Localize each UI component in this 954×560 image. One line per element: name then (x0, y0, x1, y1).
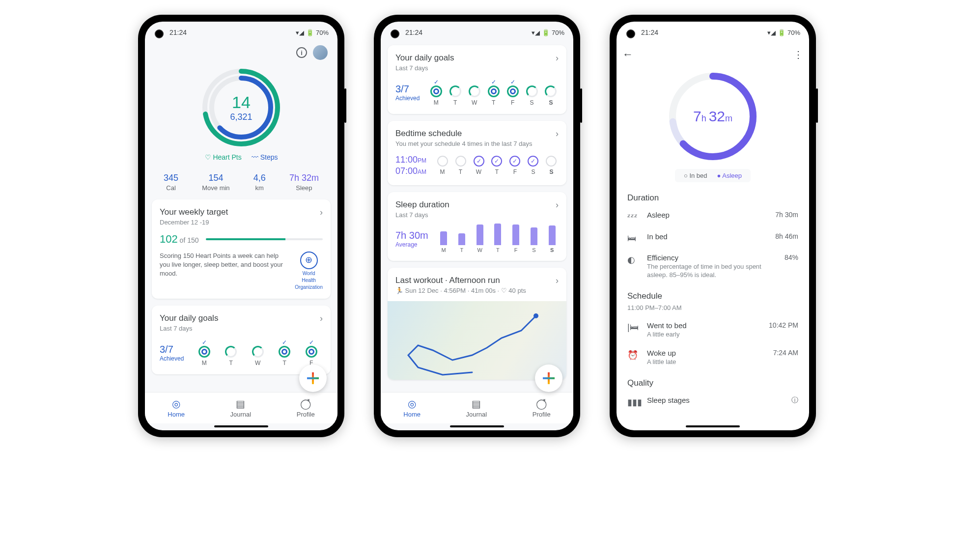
bed-times: 11:00PM 07:00AM (395, 154, 426, 177)
add-fab[interactable] (535, 364, 562, 392)
sleep-zzz-icon: ᶻᶻᶻ (627, 211, 639, 223)
bedtime-card[interactable]: Bedtime schedule You met your schedule 4… (388, 121, 566, 185)
clock: 21:24 (641, 28, 658, 36)
row-inbed[interactable]: 🛏 In bed 8h 46m (624, 227, 801, 249)
chevron-right-icon: › (556, 129, 559, 139)
activity-ring[interactable]: 14 6,321 ♡ Heart Pts 〰 Steps (152, 63, 331, 166)
status-bar: 21:24 ▾◢ 🔋70% (381, 22, 573, 43)
chevron-right-icon: › (556, 53, 559, 63)
status-bar: 21:24 ▾◢ 🔋70% (145, 22, 337, 43)
ring-legend: ♡ Heart Pts 〰 Steps (205, 153, 278, 161)
bottom-nav: ◎Home ▤Journal ◯̽Profile (145, 392, 337, 423)
info-icon[interactable]: ⓘ (791, 396, 798, 405)
status-icons: ▾◢ 🔋70% (767, 29, 800, 36)
nav-home[interactable]: ◎Home (403, 398, 421, 418)
bed-in-icon: |🛏 (627, 321, 639, 333)
more-menu-button[interactable]: ⋮ (790, 46, 806, 63)
gesture-bar (214, 425, 268, 427)
sleep-clock: 7h 32m ○ In bed ● Asleep (624, 67, 801, 189)
phone-home: 21:24 ▾◢ 🔋70% i 14 6,321 (138, 15, 344, 437)
chevron-right-icon: › (556, 276, 559, 286)
avatar[interactable] (313, 45, 328, 60)
status-bar: 21:24 ▾◢ 🔋70% (617, 22, 809, 43)
info-icon[interactable]: i (296, 47, 307, 58)
sleep-bar-chart: M T W T F S S (437, 225, 559, 253)
clock: 21:24 (169, 28, 187, 36)
schedule-range: 11:00 PM–7:00 AM (624, 304, 801, 311)
row-asleep[interactable]: ᶻᶻᶻ Asleep 7h 30m (624, 206, 801, 227)
row-efficiency[interactable]: ◐ Efficiency The percentage of time in b… (624, 249, 801, 284)
row-woke-up[interactable]: ⏰ Woke up A little late 7:24 AM (624, 344, 801, 371)
plus-icon (307, 372, 319, 384)
chevron-right-icon: › (320, 313, 323, 324)
row-went-to-bed[interactable]: |🛏 Went to bed A little early 10:42 PM (624, 316, 801, 344)
stat-cal[interactable]: 345Cal (164, 173, 178, 192)
gesture-bar (450, 425, 504, 427)
efficiency-icon: ◐ (627, 253, 639, 265)
camera-punch (155, 29, 164, 38)
heart-points-value: 14 (232, 93, 251, 112)
status-icons: ▾◢ 🔋70% (296, 29, 329, 36)
svg-point-4 (533, 313, 538, 318)
profile-icon: ◯̽ (300, 398, 311, 410)
section-schedule: Schedule (624, 291, 801, 301)
steps-value: 6,321 (230, 112, 252, 122)
alarm-icon: ⏰ (627, 349, 639, 361)
bottom-nav: ◎Home ▤Journal ◯̽Profile (381, 392, 573, 423)
card-title: Your weekly target (160, 207, 228, 217)
daily-days: ✓M T W ✓T ✓F S S (428, 79, 559, 106)
bed-days: M T ✓W ✓T ✓F ✓S S (435, 156, 559, 175)
steps-icon: 〰 Steps (252, 153, 278, 161)
camera-punch (391, 29, 399, 38)
camera-punch (626, 29, 635, 38)
home-icon: ◎ (408, 398, 416, 410)
daily-goals-card[interactable]: Your daily goals Last 7 days › 3/7 Achie… (388, 45, 566, 114)
progress-bar (206, 238, 323, 240)
last-workout-card[interactable]: Last workout · Afternoon run 🏃 Sun 12 De… (388, 268, 566, 380)
section-quality: Quality (624, 378, 801, 388)
daily-days: ✓M T W ✓T ✓F (193, 339, 323, 366)
gesture-bar (686, 425, 740, 427)
back-button[interactable]: ← (619, 45, 636, 64)
clock: 21:24 (405, 28, 422, 36)
sleep-duration-center: 7h 32m (693, 108, 732, 125)
nav-profile[interactable]: ◯̽Profile (533, 398, 551, 418)
nav-home[interactable]: ◎Home (168, 398, 185, 418)
weekly-tip: Scoring 150 Heart Points a week can help… (160, 252, 289, 291)
chevron-right-icon: › (320, 207, 323, 218)
nav-profile[interactable]: ◯̽Profile (297, 398, 315, 418)
add-fab[interactable] (299, 364, 327, 392)
stat-km[interactable]: 4,6km (253, 173, 266, 192)
profile-icon: ◯̽ (536, 398, 547, 410)
chevron-right-icon: › (556, 200, 559, 210)
bed-icon: 🛏 (627, 232, 639, 244)
phone-sleep: 21:24 ▾◢ 🔋70% ← ⋮ 7h 32m (610, 15, 816, 437)
plus-icon (543, 372, 555, 384)
weekly-target-card[interactable]: Your weekly target December 12 -19 › 102… (152, 199, 331, 299)
phone-scroll: 21:24 ▾◢ 🔋70% Your daily goals Last 7 da… (374, 15, 580, 437)
nav-journal[interactable]: ▤Journal (466, 398, 487, 418)
nav-journal[interactable]: ▤Journal (230, 398, 252, 418)
heart-icon: ♡ Heart Pts (205, 153, 242, 161)
stats-row: 345Cal 154Move min 4,6km 7h 32mSleep (152, 173, 331, 192)
card-sub: December 12 -19 (160, 219, 228, 226)
journal-icon: ▤ (236, 398, 245, 410)
journal-icon: ▤ (472, 398, 481, 410)
home-icon: ◎ (172, 398, 180, 410)
status-icons: ▾◢ 🔋70% (532, 29, 564, 36)
stat-sleep[interactable]: 7h 32mSleep (289, 173, 319, 192)
section-duration: Duration (624, 193, 801, 203)
sleep-legend: ○ In bed ● Asleep (675, 169, 751, 182)
sleep-duration-card[interactable]: Sleep duration Last 7 days › 7h 30m Aver… (388, 192, 566, 261)
stat-move[interactable]: 154Move min (202, 173, 229, 192)
row-sleep-stages[interactable]: ▮▮▮ Sleep stages ⓘ (624, 391, 801, 413)
bars-icon: ▮▮▮ (627, 396, 639, 408)
daily-goals-card[interactable]: Your daily goals Last 7 days › 3/7 Achie… (152, 306, 331, 374)
who-logo: ⊕ World Health Organization (295, 252, 323, 291)
